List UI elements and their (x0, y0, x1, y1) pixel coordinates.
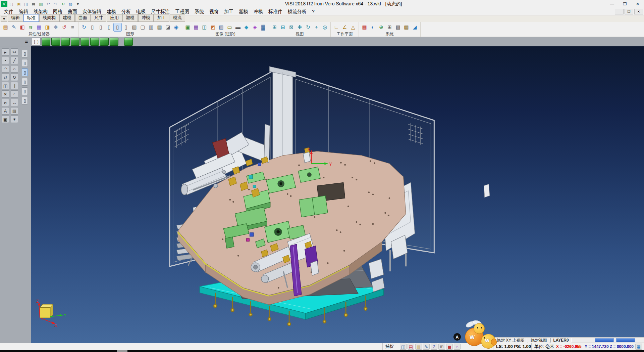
tab-0[interactable]: 编辑 (8, 14, 23, 22)
half-shade-view-icon[interactable]: ◪ (164, 23, 172, 31)
shaded-edge-view-icon[interactable]: ▩ (156, 23, 163, 31)
fillet-icon[interactable]: ◜ (11, 90, 18, 98)
rotate-icon[interactable]: ↻ (11, 74, 18, 81)
menu-item-15[interactable]: 冲模 (251, 8, 266, 15)
status-print-icon[interactable]: ▥ (415, 344, 422, 350)
tab-5[interactable]: 尺寸 (91, 14, 106, 22)
arc-icon[interactable]: ◠ (2, 65, 9, 73)
tab-3[interactable]: 建模 (59, 14, 75, 22)
tab-8[interactable]: 冲模 (138, 14, 154, 22)
redo-icon[interactable]: ↷ (52, 1, 59, 7)
pan-view-icon[interactable]: ✚ (296, 23, 304, 31)
layer-clip-1-icon[interactable]: ▯ (22, 50, 28, 57)
tab-4[interactable]: 曲面 (75, 14, 91, 22)
system-texture-icon[interactable]: ▩ (402, 23, 410, 31)
filter-element-icon[interactable]: ◨ (44, 23, 51, 31)
system-grid-icon[interactable]: ⊞ (386, 23, 393, 31)
menu-item-11[interactable]: 系统 (192, 8, 207, 15)
active-layer-label[interactable]: LAYER0 (550, 338, 571, 343)
advanced-shade-icon[interactable]: ▣ (184, 23, 192, 31)
dimension-icon[interactable]: ↔ (11, 99, 18, 106)
tab-9[interactable]: 加工 (154, 14, 169, 22)
close-button[interactable]: ✕ (631, 0, 644, 8)
workplane-create-icon[interactable]: ∠ (341, 23, 348, 31)
advanced-background-icon[interactable]: ▓ (259, 23, 267, 31)
view-cube-right-icon[interactable] (90, 38, 99, 46)
menu-item-17[interactable]: 模流分析 (285, 8, 309, 15)
status-screen-icon[interactable]: ▤ (408, 344, 414, 350)
explode-icon[interactable]: ✶ (11, 116, 18, 123)
menu-item-16[interactable]: 标准件 (266, 8, 285, 15)
layer-clip-4-icon[interactable]: ▯ (22, 78, 28, 86)
filter-linetype-icon[interactable]: ≋ (27, 23, 35, 31)
mirror-icon[interactable]: ◫ (2, 82, 9, 89)
view-cube-left-icon[interactable] (80, 38, 89, 46)
rotate-view-icon[interactable]: ↻ (304, 23, 312, 31)
advanced-reflection-icon[interactable]: ◆ (243, 23, 250, 31)
menu-item-12[interactable]: 视窗 (207, 8, 221, 15)
tab-10[interactable]: 模流 (170, 14, 185, 22)
hidden-line-view-icon[interactable]: ▥ (147, 23, 155, 31)
system-display-icon[interactable]: ◐ (369, 23, 377, 31)
cylinder-view-4-icon[interactable]: ▯ (114, 23, 121, 31)
cylinder-view-2-icon[interactable]: ▯ (97, 23, 105, 31)
zoom-previous-icon[interactable]: ⊠ (287, 23, 295, 31)
shaded-view-icon[interactable]: ▧ (130, 23, 138, 31)
refresh-view-icon[interactable]: ◎ (321, 23, 329, 31)
cylinder-view-5-icon[interactable]: ▯ (122, 23, 130, 31)
layer-clip-3-icon[interactable]: ▯ (22, 69, 28, 76)
zoom-extents-icon[interactable]: ⊞ (271, 23, 278, 31)
group-icon[interactable]: ▣ (2, 116, 9, 123)
offset-icon[interactable]: ∥ (11, 82, 18, 89)
advanced-highlight-icon[interactable]: ▭ (226, 23, 233, 31)
text-icon[interactable]: A (2, 107, 9, 115)
cylinder-view-1-icon[interactable]: ▯ (89, 23, 96, 31)
layer-clip-2-icon[interactable]: ▯ (22, 59, 28, 67)
system-snap-icon[interactable]: ⊕ (377, 23, 385, 31)
status-calc-icon[interactable]: ⊞ (438, 344, 445, 350)
view-cube-back-icon[interactable] (71, 38, 79, 46)
viewport-new-window-icon[interactable]: ▢ (32, 38, 41, 46)
status-edit-icon[interactable]: ✎ (423, 344, 430, 350)
workplane-standard-icon[interactable]: ∟ (332, 23, 340, 31)
new-document-icon[interactable]: ▢ (8, 1, 15, 7)
world-icon[interactable]: ◍ (67, 1, 74, 7)
minimize-button[interactable]: — (606, 0, 619, 8)
zoom-window-icon[interactable]: ⊟ (279, 23, 287, 31)
redraw-icon[interactable]: ↻ (80, 23, 88, 31)
viewport-3d[interactable]: X Y Z Y X (31, 46, 644, 343)
tab-7[interactable]: 塑模 (122, 14, 138, 22)
print-icon[interactable]: ▤ (30, 1, 37, 7)
hatch-icon[interactable]: ▨ (11, 107, 18, 115)
tab-2[interactable]: 线架构 (39, 14, 59, 22)
plot-icon[interactable]: ▥ (38, 1, 44, 7)
layer-clip-6-icon[interactable]: ▯ (22, 97, 28, 104)
workplane-align-icon[interactable]: △ (349, 23, 357, 31)
system-slope-icon[interactable]: ◢ (411, 23, 419, 31)
advanced-shadow-icon[interactable]: ▬ (234, 23, 242, 31)
system-hatch-icon[interactable]: ▨ (394, 23, 402, 31)
viewport-menu-icon[interactable]: ≡ (22, 38, 31, 46)
doc-restore-button[interactable]: ❐ (625, 9, 633, 14)
advanced-material-icon[interactable]: ◈ (251, 23, 259, 31)
trim-icon[interactable]: ✕ (2, 90, 9, 98)
absolute-view-label[interactable]: 绝对视图 (528, 338, 549, 343)
undo-icon[interactable]: ↶ (45, 1, 52, 7)
menu-item-14[interactable]: 塑模 (236, 8, 251, 15)
advanced-section-icon[interactable]: ◩ (209, 23, 217, 31)
view-cube-iso-icon[interactable] (42, 38, 50, 46)
filter-layer-icon[interactable]: ▦ (35, 23, 43, 31)
tab-dropdown-icon[interactable]: ▾ (1, 16, 7, 22)
filter-solid-icon[interactable]: ❖ (52, 23, 60, 31)
dynamic-view-icon[interactable]: ◉ (172, 23, 180, 31)
view-cube-dynamic-icon[interactable] (124, 38, 133, 46)
tab-1[interactable]: 标准 (23, 14, 39, 22)
menu-item-18[interactable]: ? (309, 8, 317, 15)
view-cube-top-icon[interactable] (51, 38, 60, 46)
move-icon[interactable]: ⇄ (2, 74, 9, 81)
status-save-icon[interactable]: ◫ (400, 344, 407, 350)
open-file-icon[interactable]: ▣ (15, 1, 22, 7)
advanced-ghost-icon[interactable]: ▨ (217, 23, 225, 31)
attribute-properties-icon[interactable]: ▤ (2, 23, 9, 31)
doc-close-button[interactable]: ✕ (634, 9, 643, 14)
